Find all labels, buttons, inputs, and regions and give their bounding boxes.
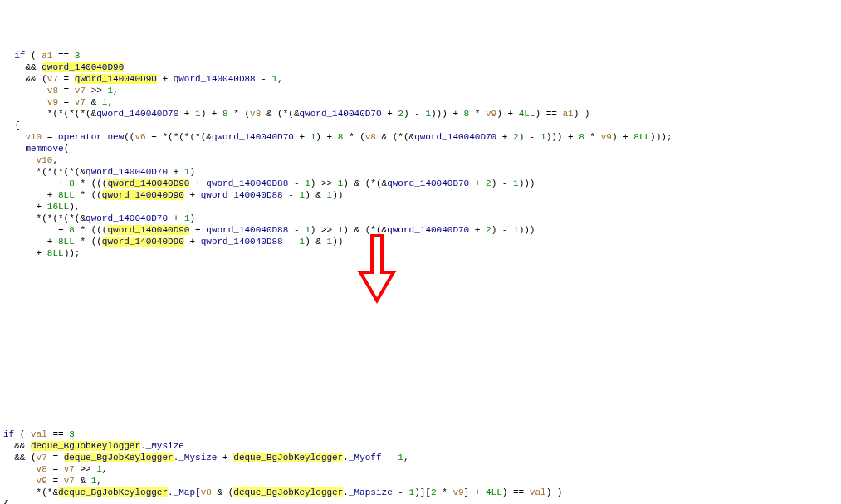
spacer [3,306,841,405]
code-line: if ( a1 == 3 && qword_140040D90 && (v7 =… [3,50,841,259]
code-block-before: if ( a1 == 3 && qword_140040D90 && (v7 =… [3,50,841,259]
arrow-down-icon [357,232,397,306]
code-line: if ( val == 3 && deque_BgJobKeylogger._M… [3,428,841,504]
code-block-after: if ( val == 3 && deque_BgJobKeylogger._M… [3,428,841,504]
